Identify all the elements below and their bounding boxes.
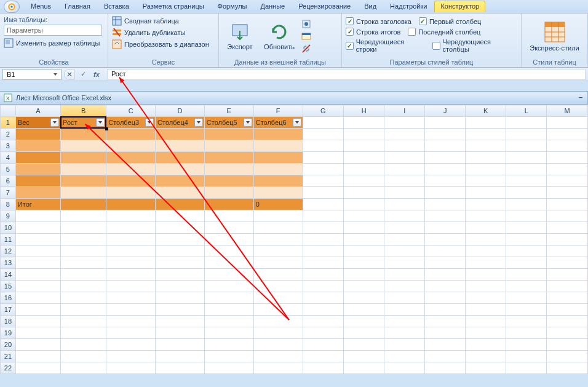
cell-G10[interactable] bbox=[303, 222, 343, 234]
cell-F5[interactable] bbox=[253, 164, 303, 175]
cell-I11[interactable] bbox=[384, 234, 425, 245]
cell-B7[interactable] bbox=[61, 187, 106, 199]
cell-M11[interactable] bbox=[547, 234, 588, 245]
cell-L2[interactable] bbox=[506, 129, 547, 140]
cell-C14[interactable] bbox=[106, 269, 156, 281]
cell-E18[interactable] bbox=[204, 316, 253, 327]
cell-E1[interactable]: Столбец5 bbox=[204, 117, 253, 129]
col-header-F[interactable]: F bbox=[253, 105, 303, 117]
tab-insert[interactable]: Вставка bbox=[98, 1, 135, 12]
cell-G4[interactable] bbox=[303, 152, 343, 164]
cell-I16[interactable] bbox=[384, 292, 425, 304]
row-header-15[interactable]: 15 bbox=[1, 281, 16, 292]
cell-C2[interactable] bbox=[106, 129, 156, 140]
cell-F22[interactable] bbox=[253, 362, 303, 374]
cell-M19[interactable] bbox=[547, 327, 588, 339]
fx-button[interactable]: fx bbox=[91, 69, 102, 80]
cell-F20[interactable] bbox=[253, 339, 303, 351]
cell-C4[interactable] bbox=[106, 152, 156, 164]
cell-D4[interactable] bbox=[156, 152, 205, 164]
tab-home[interactable]: Главная bbox=[58, 1, 97, 12]
cell-G7[interactable] bbox=[303, 187, 343, 199]
row-header-16[interactable]: 16 bbox=[1, 292, 16, 304]
cell-E20[interactable] bbox=[204, 339, 253, 351]
cell-K22[interactable] bbox=[466, 362, 506, 374]
row-header-18[interactable]: 18 bbox=[1, 316, 16, 327]
cell-A4[interactable] bbox=[15, 152, 60, 164]
cell-M21[interactable] bbox=[547, 351, 588, 362]
cell-G11[interactable] bbox=[303, 234, 343, 245]
cell-F13[interactable] bbox=[253, 257, 303, 269]
resize-table-button[interactable]: Изменить размер таблицы bbox=[4, 38, 104, 48]
cell-D12[interactable] bbox=[156, 245, 205, 257]
cell-A15[interactable] bbox=[15, 281, 60, 292]
cell-B6[interactable] bbox=[61, 175, 106, 187]
cell-A1[interactable]: Вес bbox=[15, 117, 60, 129]
col-header-D[interactable]: D bbox=[156, 105, 205, 117]
cell-F15[interactable] bbox=[253, 281, 303, 292]
row-header-5[interactable]: 5 bbox=[1, 164, 16, 175]
cell-C15[interactable] bbox=[106, 281, 156, 292]
cell-D15[interactable] bbox=[156, 281, 205, 292]
cell-K15[interactable] bbox=[466, 281, 506, 292]
cell-A9[interactable] bbox=[15, 210, 60, 222]
cell-K17[interactable] bbox=[466, 304, 506, 316]
cell-K1[interactable] bbox=[466, 117, 506, 129]
cell-G14[interactable] bbox=[303, 269, 343, 281]
minimize-window-button[interactable]: – bbox=[579, 94, 582, 101]
cell-B12[interactable] bbox=[61, 245, 106, 257]
quick-styles-button[interactable]: Экспресс-стили bbox=[525, 16, 584, 57]
cell-I15[interactable] bbox=[384, 281, 425, 292]
cell-M6[interactable] bbox=[547, 175, 588, 187]
cell-G8[interactable] bbox=[303, 199, 343, 210]
cell-J3[interactable] bbox=[425, 140, 466, 152]
cell-M10[interactable] bbox=[547, 222, 588, 234]
cell-A22[interactable] bbox=[15, 362, 60, 374]
cell-E10[interactable] bbox=[204, 222, 253, 234]
confirm-edit-button[interactable]: ✓ bbox=[77, 69, 89, 80]
cell-H17[interactable] bbox=[343, 304, 384, 316]
cell-B5[interactable] bbox=[61, 164, 106, 175]
cell-E16[interactable] bbox=[204, 292, 253, 304]
chk-total-row[interactable]: Строка итогов bbox=[346, 28, 400, 36]
cell-K14[interactable] bbox=[466, 269, 506, 281]
cell-I20[interactable] bbox=[384, 339, 425, 351]
cell-H10[interactable] bbox=[343, 222, 384, 234]
cell-B10[interactable] bbox=[61, 222, 106, 234]
cell-I10[interactable] bbox=[384, 222, 425, 234]
cell-I6[interactable] bbox=[384, 175, 425, 187]
cell-D5[interactable] bbox=[156, 164, 205, 175]
tab-data[interactable]: Данные bbox=[254, 1, 291, 12]
col-header-E[interactable]: E bbox=[204, 105, 253, 117]
chk-header-row[interactable]: Строка заголовка bbox=[346, 17, 411, 25]
row-header-17[interactable]: 17 bbox=[1, 304, 16, 316]
cell-K9[interactable] bbox=[466, 210, 506, 222]
cell-K11[interactable] bbox=[466, 234, 506, 245]
cell-F2[interactable] bbox=[253, 129, 303, 140]
unlink-icon[interactable] bbox=[301, 44, 311, 54]
cell-L20[interactable] bbox=[506, 339, 547, 351]
cell-C6[interactable] bbox=[106, 175, 156, 187]
cell-E5[interactable] bbox=[204, 164, 253, 175]
cell-E14[interactable] bbox=[204, 269, 253, 281]
row-header-13[interactable]: 13 bbox=[1, 257, 16, 269]
cell-D6[interactable] bbox=[156, 175, 205, 187]
cell-J9[interactable] bbox=[425, 210, 466, 222]
col-header-L[interactable]: L bbox=[506, 105, 547, 117]
row-header-3[interactable]: 3 bbox=[1, 140, 16, 152]
cell-B16[interactable] bbox=[61, 292, 106, 304]
cell-M1[interactable] bbox=[547, 117, 588, 129]
cell-D22[interactable] bbox=[156, 362, 205, 374]
cell-D14[interactable] bbox=[156, 269, 205, 281]
cell-E13[interactable] bbox=[204, 257, 253, 269]
col-header-C[interactable]: C bbox=[106, 105, 156, 117]
office-button[interactable] bbox=[4, 1, 20, 13]
cell-F10[interactable] bbox=[253, 222, 303, 234]
cell-L16[interactable] bbox=[506, 292, 547, 304]
cell-M12[interactable] bbox=[547, 245, 588, 257]
cell-J17[interactable] bbox=[425, 304, 466, 316]
cell-A16[interactable] bbox=[15, 292, 60, 304]
tab-view[interactable]: Вид bbox=[358, 1, 383, 12]
tab-addins[interactable]: Надстройки bbox=[384, 1, 433, 12]
cell-G3[interactable] bbox=[303, 140, 343, 152]
